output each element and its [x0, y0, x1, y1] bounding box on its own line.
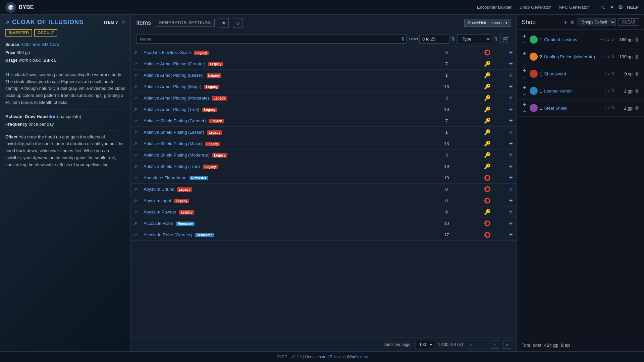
item-add-button[interactable]: +	[509, 231, 513, 238]
shops-select[interactable]: Shops Default	[578, 18, 616, 26]
licenses-link[interactable]: Licenses and Policies	[305, 355, 343, 359]
help-link[interactable]: HELP	[627, 5, 639, 10]
item-row-external-link[interactable]: ↗	[133, 221, 137, 226]
item-add-button[interactable]: +	[509, 140, 513, 147]
shop-item-delete-button[interactable]: 🗑	[635, 105, 639, 111]
item-name-link[interactable]: Ablative Shield Plating (Major)	[144, 141, 202, 146]
item-name-link[interactable]: Ablative Armor Plating (Major)	[144, 84, 202, 89]
item-row-external-link[interactable]: ↗	[133, 153, 137, 158]
config-icon[interactable]: ⚙	[618, 4, 623, 10]
item-row-external-link[interactable]: ↗	[133, 118, 137, 123]
item-row-external-link[interactable]: ↗	[133, 96, 137, 101]
item-add-button[interactable]: +	[509, 106, 513, 113]
item-name-link[interactable]: Ablative Armor Plating (Lesser)	[144, 73, 204, 78]
shop-item-minus-button[interactable]: −	[522, 40, 528, 46]
shop-item-plus-button[interactable]: +	[522, 33, 528, 39]
page-last-button[interactable]: »	[503, 341, 511, 349]
nav-npc-generator[interactable]: NPC Generator	[559, 5, 589, 10]
item-row-external-link[interactable]: ↗	[133, 107, 137, 112]
item-name-link[interactable]: Accolade Robe (Greater)	[144, 232, 192, 237]
shop-item-delete-button[interactable]: 🗑	[635, 88, 639, 94]
shop-item-plus-button[interactable]: +	[522, 50, 528, 56]
github-icon[interactable]: ⌥	[600, 4, 606, 10]
item-name-link[interactable]: Ablative Shield Plating (Greater)	[144, 118, 206, 123]
item-row-external-link[interactable]: ↗	[133, 73, 137, 78]
settings-icon[interactable]: ✦	[610, 4, 614, 10]
item-add-button[interactable]: +	[509, 95, 513, 102]
item-name-link[interactable]: Ablative Armor Plating (Greater)	[144, 61, 205, 66]
shop-item-name[interactable]: Cloak of Illusions	[544, 37, 598, 42]
shop-item-delete-button[interactable]: 🗑	[635, 54, 639, 59]
shop-add-button[interactable]: +	[564, 19, 568, 26]
search-sort-button[interactable]: ⇅	[401, 36, 405, 42]
item-row-external-link[interactable]: ↗	[133, 187, 137, 192]
item-add-button[interactable]: +	[509, 117, 513, 124]
page-prev-button[interactable]: ‹	[479, 341, 487, 349]
item-row-external-link[interactable]: ↗	[133, 141, 137, 146]
source-value[interactable]: Pathfinder GM Core	[20, 41, 59, 48]
shop-item-delete-button[interactable]: 🗑	[635, 71, 639, 76]
item-name-link[interactable]: Aboutface Figurehead	[144, 175, 186, 180]
item-add-button[interactable]: +	[509, 60, 513, 67]
item-name-link[interactable]: Ablative Armor Plating (True)	[144, 107, 199, 112]
item-add-button[interactable]: +	[509, 186, 513, 193]
shop-item-name[interactable]: Steel Shield	[544, 106, 598, 111]
item-name-link[interactable]: Abysium Ingot	[144, 198, 171, 203]
item-row-external-link[interactable]: ↗	[133, 50, 137, 55]
item-add-button[interactable]: +	[509, 220, 513, 227]
item-name-link[interactable]: Abadar's Flawless Scale	[144, 50, 191, 55]
item-row-external-link[interactable]: ↗	[133, 164, 137, 169]
search-input[interactable]	[136, 35, 407, 44]
item-name-link[interactable]: Ablative Armor Plating (Moderate)	[144, 96, 209, 101]
item-name-link[interactable]: Accolade Robe	[144, 221, 173, 226]
star-icon-button[interactable]: ★	[219, 18, 229, 27]
item-add-button[interactable]: +	[509, 163, 513, 170]
shop-item-name[interactable]: Healing Potion (Moderate)	[544, 54, 598, 59]
cart-button[interactable]: 🛒	[500, 34, 511, 44]
shop-item-delete-button[interactable]: 🗑	[635, 37, 639, 42]
level-input[interactable]	[419, 35, 449, 44]
item-add-button[interactable]: +	[509, 49, 513, 56]
type-sort-button[interactable]: ⇅	[494, 36, 498, 42]
diamond-icon-button[interactable]: ◇	[233, 18, 243, 27]
shop-item-plus-button[interactable]: +	[522, 84, 528, 90]
nav-encounter-builder[interactable]: Encounter Builder	[477, 5, 512, 10]
item-external-link[interactable]: ↗	[5, 20, 9, 25]
item-close-button[interactable]: ×	[122, 19, 125, 25]
type-filter-select[interactable]: Type	[458, 34, 491, 44]
whats-new-link[interactable]: What's new	[347, 355, 368, 359]
item-name-link[interactable]: Abysium Powder	[144, 209, 176, 215]
shop-item-plus-button[interactable]: +	[522, 67, 528, 73]
item-row-external-link[interactable]: ↗	[133, 61, 137, 66]
item-row-external-link[interactable]: ↗	[133, 232, 137, 237]
clear-button[interactable]: CLEAR	[619, 18, 639, 26]
nav-shop-generator[interactable]: Shop Generator	[520, 5, 551, 10]
shop-item-minus-button[interactable]: −	[522, 74, 528, 80]
level-sort-button[interactable]: ⇅	[451, 36, 455, 42]
item-add-button[interactable]: +	[509, 197, 513, 204]
item-row-external-link[interactable]: ↗	[133, 130, 137, 135]
shop-item-name[interactable]: Shortsword	[544, 71, 598, 76]
shop-delete-button[interactable]: 🗑	[570, 19, 575, 25]
item-name-link[interactable]: Ablative Shield Plating (True)	[144, 164, 200, 169]
shop-item-minus-button[interactable]: −	[522, 108, 528, 114]
item-name-link[interactable]: Ablative Shield Plating (Lesser)	[144, 130, 204, 135]
item-add-button[interactable]: +	[509, 208, 513, 216]
item-row-external-link[interactable]: ↗	[133, 84, 137, 89]
item-add-button[interactable]: +	[509, 174, 513, 181]
item-row-external-link[interactable]: ↗	[133, 175, 137, 180]
item-add-button[interactable]: +	[509, 129, 513, 136]
item-add-button[interactable]: +	[509, 83, 513, 90]
item-name-link[interactable]: Ablative Shield Plating (Moderate)	[144, 153, 210, 158]
show-hide-columns-button[interactable]: Show\Hide columns ▾	[464, 19, 511, 27]
shop-item-minus-button[interactable]: −	[522, 91, 528, 97]
shop-item-plus-button[interactable]: +	[522, 102, 528, 108]
shop-item-name[interactable]: Leather Armor	[544, 88, 598, 94]
item-row-external-link[interactable]: ↗	[133, 198, 137, 203]
item-name-link[interactable]: Abysium Chunk	[144, 187, 174, 192]
generator-settings-button[interactable]: GENERATOR SETTINGS	[155, 19, 215, 27]
page-next-button[interactable]: ›	[491, 341, 499, 349]
page-first-button[interactable]: «	[467, 341, 475, 349]
item-row-external-link[interactable]: ↗	[133, 209, 137, 215]
per-page-select[interactable]: 100	[416, 341, 434, 348]
